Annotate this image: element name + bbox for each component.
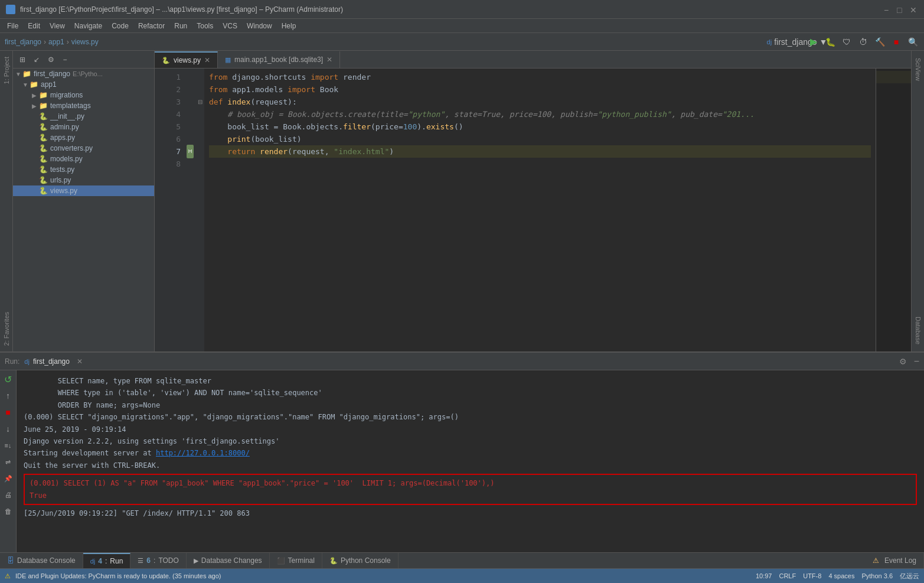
favorites-tab[interactable]: 2: Favorites	[1, 306, 12, 351]
code-line-2: from app1.models import Book	[209, 83, 871, 96]
tree-tests-py[interactable]: 🐍 tests.py	[13, 164, 154, 175]
menu-help[interactable]: Help	[277, 21, 301, 31]
breadcrumb-views[interactable]: views.py	[71, 38, 99, 46]
run-collapse-button[interactable]: −	[914, 356, 919, 367]
run-output-line-11: [25/Jun/2019 09:19:22] "GET /index/ HTTP…	[24, 507, 917, 519]
run-button[interactable]: ▶	[807, 35, 820, 48]
indent[interactable]: 4 spaces	[828, 572, 854, 579]
dev-server-link[interactable]: http://127.0.0.1:8000/	[156, 449, 250, 457]
menu-code[interactable]: Code	[107, 21, 133, 31]
menu-refactor[interactable]: Refactor	[133, 21, 169, 31]
scroll-up-button[interactable]: ↑	[2, 389, 15, 402]
run-gear-button[interactable]: ⚙	[899, 357, 907, 366]
soft-wrap-button[interactable]: ⇌	[2, 455, 15, 468]
python-version[interactable]: Python 3.6	[861, 572, 893, 579]
print-button[interactable]: 🖨	[2, 488, 15, 501]
tree-converters-py[interactable]: 🐍 converters.py	[13, 143, 154, 154]
build-button[interactable]: 🔨	[873, 35, 886, 48]
bottom-tab-terminal[interactable]: ⬛ Terminal	[270, 553, 322, 568]
bottom-tab-python-console[interactable]: 🐍 Python Console	[322, 553, 399, 568]
tree-init-py[interactable]: 🐍 __init__.py	[13, 111, 154, 122]
sidebar-gear[interactable]: ⚙	[45, 54, 57, 66]
tree-root-folder[interactable]: ▼ 📁 first_django E:\Pytho...	[13, 69, 154, 79]
db-file-icon: ▦	[225, 56, 231, 64]
run-config-name[interactable]: first_django	[33, 357, 70, 366]
maximize-button[interactable]: □	[897, 5, 905, 14]
menu-edit[interactable]: Edit	[23, 21, 45, 31]
tab-views-py[interactable]: 🐍 views.py ✕	[155, 51, 218, 68]
menu-view[interactable]: View	[45, 21, 70, 31]
run-output-line-9: (0.001) SELECT (1) AS "a" FROM "app1_boo…	[30, 477, 911, 489]
todo-icon: ☰	[138, 557, 143, 565]
sciview-tab[interactable]: SciView	[913, 51, 923, 88]
run-config-button[interactable]: dj first_django ▼	[791, 35, 804, 48]
tree-urls-py[interactable]: 🐍 urls.py	[13, 175, 154, 185]
tree-apps-py[interactable]: 🐍 apps.py	[13, 132, 154, 143]
code-lines[interactable]: from django.shortcuts import render from…	[204, 69, 876, 351]
encoding[interactable]: UTF-8	[803, 572, 821, 579]
sidebar-expand-all[interactable]: ⊞	[17, 54, 28, 66]
search-button[interactable]: 🔍	[906, 35, 919, 48]
database-tab[interactable]: Database	[913, 310, 923, 351]
stop-button[interactable]: ■	[890, 35, 903, 48]
project-tab[interactable]: 1: Project	[1, 51, 12, 90]
bottom-tabs: 🗄 Database Console dj 4: Run ☰ 6: TODO ▶…	[0, 552, 924, 569]
minimize-button[interactable]: −	[884, 5, 892, 14]
cloud-service[interactable]: 亿远云	[900, 572, 919, 581]
code-line-3: def index(request):	[209, 96, 871, 108]
tab-close-db[interactable]: ✕	[326, 56, 332, 64]
coverage-button[interactable]: 🛡	[840, 35, 853, 48]
code-line-8	[209, 158, 871, 170]
run-output-line-7: Starting development server at http://12…	[24, 447, 917, 459]
menu-window[interactable]: Window	[242, 21, 277, 31]
bottom-tab-todo[interactable]: ☰ 6: TODO	[130, 553, 186, 568]
sidebar-collapse[interactable]: −	[59, 54, 71, 66]
dump-threads-button[interactable]: ≡↓	[2, 439, 15, 452]
tab-db-sqlite3[interactable]: ▦ main.app1_book [db.sqlite3] ✕	[218, 51, 340, 68]
profile-button[interactable]: ⏱	[857, 35, 870, 48]
menu-navigate[interactable]: Navigate	[70, 21, 107, 31]
menu-tools[interactable]: Tools	[192, 21, 218, 31]
tab-close-views[interactable]: ✕	[204, 56, 210, 64]
run-config-icon: dj	[24, 358, 30, 365]
bottom-tab-event-log[interactable]: ⚠ Event Log	[866, 553, 924, 568]
code-editor[interactable]: 1 2 3 4 5 6 7 8 H	[155, 69, 911, 351]
tree-app1-folder[interactable]: ▼ 📁 app1	[13, 79, 154, 90]
pin-tab-button[interactable]: 📌	[2, 472, 15, 485]
scroll-down-button[interactable]: ↓	[2, 422, 15, 435]
tree-admin-py[interactable]: 🐍 admin.py	[13, 122, 154, 132]
run-output-line-5: June 25, 2019 - 09:19:14	[24, 424, 917, 435]
run-sidebar-left: ↺ ↑ ■ ↓ ≡↓ ⇌ 📌 🖨 🗑	[0, 370, 17, 552]
app-icon	[6, 5, 15, 14]
clear-button[interactable]: 🗑	[2, 505, 15, 518]
cursor-position[interactable]: 10:97	[756, 572, 772, 579]
sidebar-scroll-from-source[interactable]: ↙	[31, 54, 43, 66]
main-area: 1: Project 2: Favorites ⊞ ↙ ⚙ − ▼ 📁 firs…	[0, 51, 924, 351]
bottom-tab-run[interactable]: dj 4: Run	[83, 553, 131, 568]
close-button[interactable]: ✕	[910, 5, 918, 14]
breadcrumb-app1[interactable]: app1	[48, 38, 64, 46]
window-title: first_django [E:\PythonProject\first_dja…	[20, 5, 884, 14]
tree-models-py[interactable]: 🐍 models.py	[13, 154, 154, 164]
bottom-tab-database-console[interactable]: 🗄 Database Console	[0, 553, 83, 568]
python-console-icon: 🐍	[329, 557, 338, 565]
run-tab-bar: Run: dj first_django ✕ ⚙ −	[0, 353, 924, 370]
editor-tab-bar: 🐍 views.py ✕ ▦ main.app1_book [db.sqlite…	[155, 51, 911, 69]
breadcrumb-project[interactable]: first_django	[5, 38, 41, 46]
line-separator[interactable]: CRLF	[779, 572, 796, 579]
status-message[interactable]: IDE and Plugin Updates: PyCharm is ready…	[15, 572, 221, 579]
debug-button[interactable]: 🐛	[824, 35, 837, 48]
bottom-tab-db-changes[interactable]: ▶ Database Changes	[187, 553, 270, 568]
menu-vcs[interactable]: VCS	[218, 21, 242, 31]
breadcrumb: first_django › app1 › views.py	[5, 38, 788, 46]
tree-views-py[interactable]: 🐍 views.py	[13, 185, 154, 196]
close-run-tab[interactable]: ✕	[77, 357, 83, 366]
tree-migrations-folder[interactable]: ▶ 📁 migrations	[13, 90, 154, 100]
tree-templatetags-folder[interactable]: ▶ 📁 templatetags	[13, 100, 154, 111]
stop-run-button[interactable]: ■	[2, 406, 15, 419]
run-output-line-1: SELECT name, type FROM sqlite_master	[24, 375, 917, 387]
menu-file[interactable]: File	[2, 21, 23, 31]
window-controls[interactable]: − □ ✕	[884, 5, 918, 14]
menu-run[interactable]: Run	[169, 21, 192, 31]
rerun-button[interactable]: ↺	[2, 373, 15, 386]
